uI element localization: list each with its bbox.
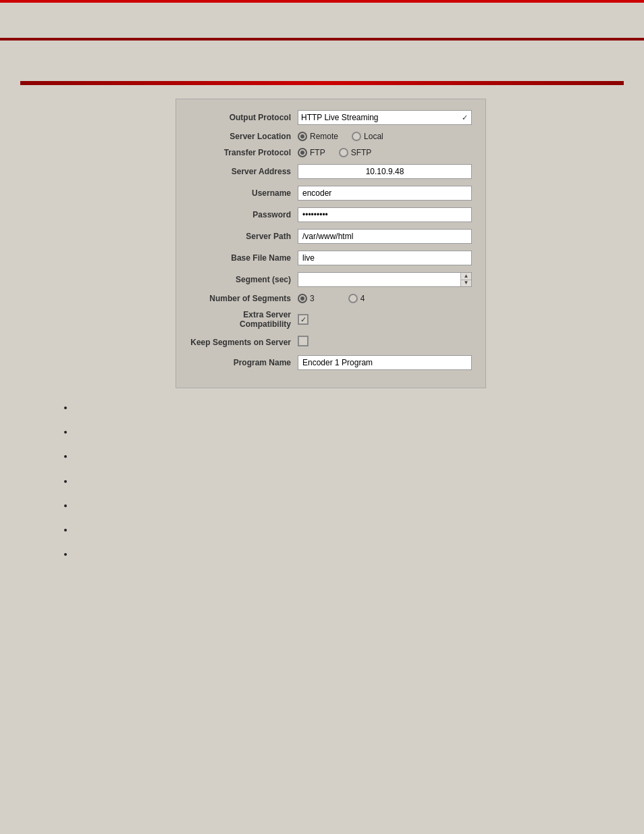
segments-4-option[interactable]: 4 [348, 294, 365, 303]
bullet-item-6 [74, 524, 624, 536]
output-protocol-row: Output Protocol HTTP Live Streaming [190, 110, 472, 125]
base-file-name-control [298, 251, 472, 265]
sftp-option[interactable]: SFTP [339, 148, 372, 157]
segments-3-option[interactable]: 3 [298, 294, 315, 303]
password-row: Password [190, 207, 472, 222]
ftp-label: FTP [310, 148, 325, 157]
segment-spin-down-button[interactable]: ▼ [461, 280, 471, 287]
username-row: Username [190, 186, 472, 201]
bullet-item-5 [74, 500, 624, 512]
transfer-protocol-label: Transfer Protocol [190, 148, 298, 157]
base-file-name-row: Base File Name [190, 251, 472, 265]
program-name-input[interactable] [298, 355, 472, 370]
bullet-list [74, 402, 624, 561]
server-address-input[interactable] [298, 164, 472, 179]
password-input[interactable] [298, 207, 472, 222]
segments-4-label: 4 [360, 294, 365, 303]
segment-wrapper: ▲ ▼ [298, 272, 472, 287]
program-name-row: Program Name [190, 355, 472, 370]
bullet-item-3 [74, 450, 624, 463]
password-control [298, 207, 472, 222]
output-protocol-label: Output Protocol [190, 113, 298, 122]
keep-segments-row: Keep Segments on Server [190, 336, 472, 348]
server-path-row: Server Path [190, 229, 472, 244]
transfer-protocol-row: Transfer Protocol FTP SFTP [190, 148, 472, 157]
server-location-label: Server Location [190, 132, 298, 141]
output-protocol-select-wrapper[interactable]: HTTP Live Streaming [298, 110, 472, 125]
keep-segments-checkbox[interactable] [298, 336, 308, 346]
username-input[interactable] [298, 186, 472, 201]
output-protocol-select[interactable]: HTTP Live Streaming [298, 110, 472, 125]
segment-row: Segment (sec) ▲ ▼ [190, 272, 472, 287]
segment-label: Segment (sec) [190, 275, 298, 284]
server-address-row: Server Address [190, 164, 472, 179]
segment-control: ▲ ▼ [298, 272, 472, 287]
keep-segments-control [298, 336, 472, 348]
keep-segments-label: Keep Segments on Server [190, 338, 298, 347]
ftp-radio-selected-icon [298, 148, 307, 157]
extra-server-checkbox[interactable]: ✓ [298, 314, 308, 325]
bullet-item-1 [74, 402, 624, 414]
base-file-name-input[interactable] [298, 251, 472, 265]
segment-spin-up-button[interactable]: ▲ [461, 273, 471, 280]
num-segments-row: Number of Segments 3 4 [190, 294, 472, 303]
server-address-control [298, 164, 472, 179]
server-path-input[interactable] [298, 229, 472, 244]
local-label: Local [364, 132, 383, 141]
username-label: Username [190, 188, 298, 198]
extra-server-row: Extra Server Compatibility ✓ [190, 310, 472, 329]
server-path-label: Server Path [190, 232, 298, 241]
username-control [298, 186, 472, 201]
bullet-item-7 [74, 548, 624, 561]
sftp-radio-unselected-icon [339, 148, 348, 157]
segment-spinners: ▲ ▼ [460, 273, 471, 286]
output-protocol-control: HTTP Live Streaming [298, 110, 472, 125]
transfer-protocol-options: FTP SFTP [298, 148, 472, 157]
remote-label: Remote [310, 132, 338, 141]
extra-server-label: Extra Server Compatibility [190, 310, 298, 329]
bullet-item-2 [74, 426, 624, 438]
server-address-label: Server Address [190, 167, 298, 176]
segments-4-radio-icon [348, 294, 358, 303]
num-segments-options: 3 4 [298, 294, 472, 303]
segments-3-radio-icon [298, 294, 307, 303]
ftp-option[interactable]: FTP [298, 148, 325, 157]
base-file-name-label: Base File Name [190, 253, 298, 263]
red-divider [20, 81, 624, 85]
program-name-control [298, 355, 472, 370]
segment-input[interactable] [298, 272, 472, 287]
server-location-options: Remote Local [298, 132, 472, 141]
bullet-item-4 [74, 475, 624, 488]
segments-3-label: 3 [310, 294, 315, 303]
remote-radio-selected-icon [298, 132, 307, 141]
server-location-remote-option[interactable]: Remote [298, 132, 338, 141]
sftp-label: SFTP [351, 148, 372, 157]
num-segments-label: Number of Segments [190, 294, 298, 303]
extra-server-control: ✓ [298, 314, 472, 325]
server-location-row: Server Location Remote Local [190, 132, 472, 141]
server-path-control [298, 229, 472, 244]
settings-panel: Output Protocol HTTP Live Streaming Serv… [176, 99, 486, 388]
program-name-label: Program Name [190, 358, 298, 367]
password-label: Password [190, 210, 298, 219]
server-location-local-option[interactable]: Local [352, 132, 383, 141]
local-radio-unselected-icon [352, 132, 361, 141]
